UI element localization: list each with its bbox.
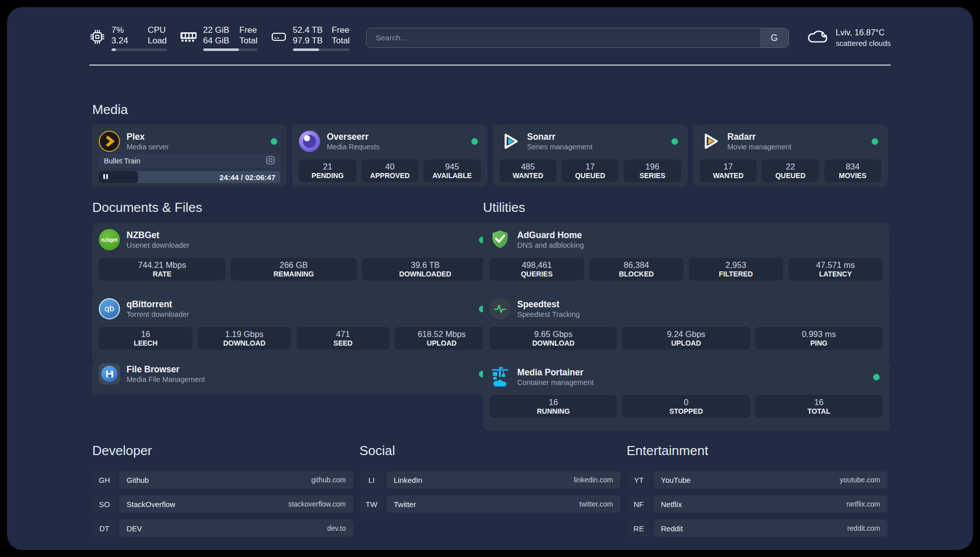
app-description: Speedtest Tracking [517,310,580,319]
filebrowser-icon [99,363,120,384]
app-title: Radarr [727,131,791,142]
bookmark-url: github.com [312,476,346,484]
plex-icon [99,131,120,152]
filebrowser-card[interactable]: File Browser Media File Management [92,360,495,395]
overseerr-icon [299,131,320,152]
radarr-icon [700,131,721,152]
bookmark-abbr: TW [359,495,384,513]
stat-tile: 618.52 Mbps UPLOAD [395,327,488,350]
pause-icon [103,173,108,182]
search-engine-button[interactable]: G [760,28,788,47]
app-title: Overseerr [327,131,380,142]
header-divider [89,65,891,66]
portainer-card[interactable]: Media Portainer Container management 16 … [483,360,889,431]
cpu-stat: 7% 3.24 CPU Load [89,25,167,51]
now-playing-title: Bullet Train [104,157,141,165]
nzbget-icon: nzbget [99,229,120,250]
media-settings-icon[interactable] [266,155,275,167]
adguard-icon [489,229,511,250]
bookmarks-row: Developer GH Github github.com SO StackO… [92,442,888,544]
playback-progress-bar[interactable]: 24:44 / 02:06:47 [99,171,280,183]
bookmark-twitter[interactable]: TW Twitter twitter.com [359,495,621,513]
nzbget-card[interactable]: nzbget NZBGet Usenet downloader 744.21 M… [92,223,495,294]
disk-progress-bar [293,48,350,51]
stat-tile: 16 LEECH [99,327,193,350]
bookmark-url: linkedin.com [574,476,613,484]
stat-tile: 471 SEED [296,327,390,350]
weather-widget: Lviv, 16.87°C scattered clouds [806,27,891,48]
app-description: Media Requests [327,142,380,151]
cpu-load-value: 3.24 [111,35,139,46]
stat-tile: 22 QUEUED [762,159,819,182]
cpu-progress-bar [111,48,167,51]
status-dot [671,138,678,145]
playback-time: 24:44 / 02:06:47 [219,171,275,183]
bookmark-stackoverflow[interactable]: SO StackOverflow stackoverflow.com [92,495,353,513]
dashboard-panel: 7% 3.24 CPU Load [7,7,973,550]
bookmark-youtube[interactable]: YT YouTube youtube.com [627,471,888,488]
bookmark-dev[interactable]: DT DEV dev.to [92,520,353,537]
stat-tile: 266 GB REMAINING [230,258,357,281]
stat-tile: 834 MOVIES [824,159,881,182]
adguard-card[interactable]: AdGuard Home DNS and adblocking 498,461 … [483,223,889,294]
memory-progress-bar [203,48,258,51]
bookmark-url: twitter.com [579,500,613,508]
search-input[interactable] [366,28,760,47]
bookmark-name: LinkedIn [394,476,422,484]
sonarr-card[interactable]: Sonarr Series management 485 WANTED 17 Q… [493,125,688,187]
stat-tile: 498,461 QUERIES [489,258,584,281]
bookmark-url: netflix.com [846,500,880,508]
memory-free-label: Free [239,25,258,35]
app-description: Movie management [727,142,791,151]
disk-icon [271,30,287,46]
speedtest-card[interactable]: Speedtest Speedtest Tracking 9.65 Gbps D… [483,292,889,362]
cpu-usage-value: 7% [111,25,139,35]
bookmark-linkedin[interactable]: LI LinkedIn linkedin.com [359,471,621,488]
disk-free-value: 52.4 TB [293,25,323,35]
section-title-developer: Developer [92,442,353,459]
bookmark-url: stackoverflow.com [288,500,346,508]
bookmark-name: Github [127,476,149,484]
stat-tile: 16 TOTAL [755,395,883,418]
bookmark-netflix[interactable]: NF Netflix netflix.com [627,495,888,513]
app-title: File Browser [127,364,205,375]
memory-total-label: Total [239,35,258,46]
memory-free-value: 22 GiB [203,25,230,35]
app-title: Media Portainer [517,367,594,378]
disk-stat: 52.4 TB 97.9 TB Free Total [271,25,350,51]
app-description: Media File Management [127,375,205,384]
stat-tile: 1.19 Gbps DOWNLOAD [198,327,291,350]
disk-total-value: 97.9 TB [293,35,323,46]
bookmarks-developer: Developer GH Github github.com SO StackO… [92,442,353,544]
stat-tile: 744.21 Mbps RATE [99,258,225,281]
speedtest-icon [489,298,511,319]
bookmark-abbr: NF [627,495,651,513]
bookmark-url: dev.to [327,524,346,532]
weather-condition: scattered clouds [836,38,891,48]
bookmark-reddit[interactable]: RE Reddit reddit.com [627,520,888,537]
bookmark-github[interactable]: GH Github github.com [92,471,353,488]
stat-tile: 945 AVAILABLE [423,159,480,182]
stat-tile: 2,953 FILTERED [689,258,783,281]
cpu-load-label: Load [148,35,167,46]
app-title: Sonarr [527,131,593,142]
section-title-media: Media [92,102,128,118]
app-description: Usenet downloader [127,241,190,250]
app-description: Torrent downloader [127,310,189,319]
bookmark-abbr: SO [92,495,116,513]
overseerr-card[interactable]: Overseerr Media Requests 21 PENDING 40 A… [292,125,487,187]
search-bar: G [366,28,789,48]
disk-total-label: Total [332,35,350,46]
portainer-icon [489,366,511,387]
disk-free-label: Free [332,25,350,35]
qbittorrent-card[interactable]: qb qBittorrent Torrent downloader 16 LEE… [92,292,495,362]
bookmark-name: DEV [127,524,142,533]
stat-tile: 9.24 Gbps UPLOAD [622,327,750,350]
section-title-documents: Documents & Files [92,200,202,215]
plex-card[interactable]: Plex Media server Bullet Train 24:44 / 0… [92,125,287,187]
radarr-card[interactable]: Radarr Movie management 17 WANTED 22 QUE… [693,125,888,187]
bookmark-abbr: RE [627,520,651,537]
status-dot [872,138,878,145]
cpu-label: CPU [148,25,167,35]
app-description: Container management [517,378,594,387]
